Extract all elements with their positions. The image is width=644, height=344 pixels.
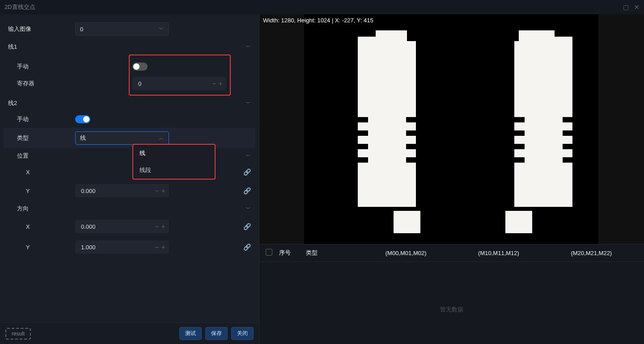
chevron-up-icon: ︿ xyxy=(159,134,164,142)
close-button[interactable]: 关闭 xyxy=(231,327,254,340)
line2-dir-y-value: 1.000 xyxy=(81,244,96,251)
line2-type-value: 线 xyxy=(80,134,86,142)
line2-pos-y-input[interactable]: 0.000 − + xyxy=(75,184,169,197)
test-button[interactable]: 测试 xyxy=(179,327,202,340)
preview-panel: Width: 1280, Height: 1024 | X: -227, Y: … xyxy=(259,14,644,344)
line2-dir-x-label: X xyxy=(8,223,75,230)
line1-register-row: 寄存器 0 − + xyxy=(132,75,227,92)
plus-icon[interactable]: + xyxy=(161,223,165,230)
col-type: 类型 xyxy=(306,249,360,257)
type-option-segment[interactable]: 线段 xyxy=(133,162,215,179)
line2-manual-row: 手动 xyxy=(4,111,255,128)
col-index: 序号 xyxy=(279,249,306,257)
chevron-down-icon: ﹀ xyxy=(246,152,251,160)
results-table: 序号 类型 (M00,M01,M02) (M10,M11,M12) (M20,M… xyxy=(259,244,644,344)
line2-position-label: 位置 xyxy=(17,152,29,160)
line2-dir-y-input[interactable]: 1.000 − + xyxy=(75,240,169,254)
link-icon[interactable]: 🔗 xyxy=(243,243,251,251)
input-image-select[interactable]: 0 ﹀ xyxy=(75,22,169,36)
line1-register-input[interactable]: 0 − + xyxy=(132,77,226,90)
config-panel: 输入图像 0 ﹀ 线1 ﹀ 手动 xyxy=(0,14,259,344)
line2-position-section[interactable]: 位置 ﹀ xyxy=(4,148,255,164)
chevron-down-icon: ﹀ xyxy=(246,100,251,107)
line1-title: 线1 xyxy=(8,43,17,51)
minus-icon[interactable]: − xyxy=(155,244,159,250)
line1-register-value: 0 xyxy=(138,80,141,87)
chevron-down-icon: ﹀ xyxy=(246,43,251,51)
line1-section[interactable]: 线1 ﹀ xyxy=(4,39,255,55)
save-button[interactable]: 保存 xyxy=(205,327,228,340)
minus-icon[interactable]: − xyxy=(155,223,159,230)
link-icon[interactable]: 🔗 xyxy=(243,187,251,194)
line2-manual-label: 手动 xyxy=(8,115,75,123)
col-m1: (M10,M11,M12) xyxy=(452,250,545,256)
table-header: 序号 类型 (M00,M01,M02) (M10,M11,M12) (M20,M… xyxy=(259,244,644,262)
input-image-label: 输入图像 xyxy=(8,25,75,33)
select-all-checkbox[interactable] xyxy=(266,249,272,256)
window-controls: ▢ ✕ xyxy=(623,4,640,11)
link-icon[interactable]: 🔗 xyxy=(243,168,251,176)
col-m0: (M00,M01,M02) xyxy=(360,250,452,256)
line2-pos-y-value: 0.000 xyxy=(81,188,96,194)
result-tag[interactable]: result xyxy=(5,328,31,340)
minus-icon[interactable]: − xyxy=(155,188,159,194)
line2-dir-x-value: 0.000 xyxy=(81,223,96,230)
line2-dir-y-row: Y 1.000 − + 🔗 xyxy=(4,237,255,257)
input-image-value: 0 xyxy=(80,26,83,33)
line2-section[interactable]: 线2 ﹀ xyxy=(4,96,255,111)
line2-dir-y-label: Y xyxy=(8,244,75,251)
line2-pos-y-label: Y xyxy=(8,188,75,194)
link-icon[interactable]: 🔗 xyxy=(243,223,251,230)
plus-icon[interactable]: + xyxy=(161,244,165,250)
plus-icon[interactable]: + xyxy=(219,80,222,87)
title-bar: 2D直线交点 ▢ ✕ xyxy=(0,0,644,14)
panel-footer: result 测试 保存 关闭 xyxy=(0,323,259,344)
line2-direction-label: 方向 xyxy=(17,205,29,213)
window-title: 2D直线交点 xyxy=(4,3,35,11)
line2-type-select[interactable]: 线 ︿ xyxy=(75,131,169,145)
plus-icon[interactable]: + xyxy=(161,188,165,194)
line2-manual-toggle[interactable] xyxy=(75,115,90,123)
image-info-text: Width: 1280, Height: 1024 | X: -227, Y: … xyxy=(263,17,373,24)
line1-manual-label: 手动 xyxy=(8,63,75,71)
preview-image xyxy=(304,14,598,244)
table-empty-text: 暂无数据 xyxy=(259,262,644,344)
line2-dir-x-row: X 0.000 − + 🔗 xyxy=(4,216,255,237)
line1-manual-row: 手动 xyxy=(132,58,227,75)
line2-pos-y-row: Y 0.000 − + 🔗 xyxy=(4,180,255,201)
line2-type-label: 类型 xyxy=(8,134,75,142)
line2-title: 线2 xyxy=(8,99,17,107)
line1-register-label: 寄存器 xyxy=(8,80,75,88)
line2-direction-section[interactable]: 方向 ﹀ xyxy=(4,201,255,216)
chevron-down-icon: ﹀ xyxy=(159,25,164,33)
col-m2: (M20,M21,M22) xyxy=(545,250,638,256)
line2-dir-x-input[interactable]: 0.000 − + xyxy=(75,220,169,233)
minus-icon[interactable]: − xyxy=(212,80,216,87)
line2-pos-x-label: X xyxy=(8,169,75,176)
type-option-line[interactable]: 线 xyxy=(133,145,215,162)
chevron-down-icon: ﹀ xyxy=(246,205,251,213)
line2-pos-x-row: X 🔗 xyxy=(4,164,255,180)
type-dropdown: 线 线段 xyxy=(132,144,216,180)
image-viewport[interactable]: Width: 1280, Height: 1024 | X: -227, Y: … xyxy=(259,14,644,244)
line1-manual-toggle[interactable] xyxy=(132,63,148,71)
maximize-icon[interactable]: ▢ xyxy=(623,4,629,11)
input-image-row: 输入图像 0 ﹀ xyxy=(4,19,255,39)
line2-type-row: 类型 线 ︿ xyxy=(4,128,255,148)
close-icon[interactable]: ✕ xyxy=(634,4,640,11)
